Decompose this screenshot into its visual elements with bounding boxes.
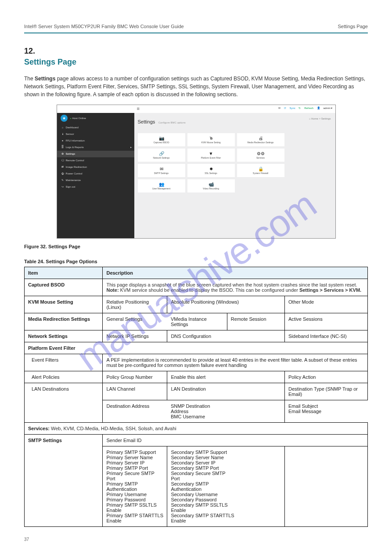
tile-icon: ▼ (209, 151, 213, 156)
tile-label: Services (256, 156, 265, 159)
host-online-badge: Host Online (70, 117, 86, 120)
shot-page-title: Settings (138, 119, 155, 124)
sidebar-icon: 🌡 (61, 131, 65, 138)
sidebar-icon: ⏻ (61, 170, 65, 177)
tile-kvm-mouse-setting[interactable]: 🖱KVM Mouse Setting (187, 133, 235, 146)
header-rule (24, 33, 368, 33)
section-title: Settings Page (24, 58, 368, 67)
sidebar-item-logs-reports[interactable]: ≣Logs & Reports▸ (57, 144, 134, 151)
tile-video-recording[interactable]: 📹Video Recording (187, 179, 235, 192)
tile-ssl-settings[interactable]: ✸SSL Settings (187, 164, 235, 177)
sidebar-item-dashboard[interactable]: ⌂Dashboard (57, 124, 134, 131)
mail-icon[interactable]: ✉ (278, 107, 281, 109)
sidebar-icon: ↪ (61, 184, 65, 190)
row-kvm-mouse: KVM Mouse Setting Relative Positioning (… (25, 296, 368, 313)
tile-user-management[interactable]: 👥User Management (138, 179, 185, 192)
chevron-right-icon: ▸ (130, 144, 132, 151)
tile-icon: 🖱 (209, 136, 213, 141)
tile-icon: ⚙⚙ (257, 151, 265, 156)
tile-network-settings[interactable]: 🔗Network Settings (138, 149, 185, 162)
intro-paragraph: The Settings page allows access to a num… (24, 75, 368, 98)
tile-label: KVM Mouse Setting (201, 141, 220, 144)
table-header-row: Item Description (25, 267, 368, 279)
sidebar-icon: ⚙ (61, 151, 65, 157)
settings-screenshot: ✉ ⟳ Sync ↻ Refresh 👤 admin ▾ MEGARAC SP-… (57, 105, 336, 239)
hamburger-icon[interactable] (137, 107, 141, 111)
tile-label: SMTP Settings (154, 172, 169, 174)
sync-button[interactable]: ⟳ Sync (284, 107, 295, 109)
row-alert-policies: Alert Policies Policy Group Number Enabl… (25, 371, 368, 383)
sidebar-icon: ≣ (61, 144, 65, 151)
header-doc-title: Intel® Server System M50CYP2UR Family BM… (24, 24, 184, 29)
table-caption: Table 24. Settings Page Options (24, 259, 368, 264)
row-event-filters: Event Filters A PEF implementation is re… (25, 354, 368, 371)
tile-icon: 📹 (209, 182, 214, 187)
sidebar-item-settings[interactable]: ⚙Settings (57, 151, 134, 157)
tile-icon: 👥 (159, 182, 164, 187)
header-chapter: Settings Page (338, 24, 368, 29)
section-number: 12. (24, 47, 368, 56)
row-media-redirection: Media Redirection Settings General Setti… (25, 313, 368, 330)
tile-label: Captured BSOD (153, 141, 169, 144)
sidebar-item-power-control[interactable]: ⏻Power Control (57, 170, 134, 177)
th-item: Item (25, 267, 103, 279)
tile-smtp-settings[interactable]: ✉SMTP Settings (138, 164, 185, 177)
sidebar-item-sign-out[interactable]: ↪Sign out (57, 184, 134, 190)
sidebar-item-ffu-information[interactable]: ●FFU Information (57, 138, 134, 144)
sidebar-icon: 🖵 (61, 157, 65, 164)
row-smtp-1: SMTP Settings Sender Email ID (25, 435, 368, 446)
tile-platform-event-filter[interactable]: ▼Platform Event Filter (187, 149, 235, 162)
settings-table: Item Description Captured BSOD This page… (24, 267, 368, 527)
sidebar-item-image-redirection[interactable]: ⇄Image Redirection (57, 164, 134, 170)
tile-label: Platform Event Filter (201, 156, 221, 159)
tile-media-redirection-settings[interactable]: 🖨Media Redirection Settings (237, 133, 284, 146)
row-lan-dest: LAN Destinations LAN Channel LAN Destina… (25, 383, 368, 400)
star-icon[interactable]: ★ (61, 115, 68, 122)
tile-label: Media Redirection Settings (248, 141, 274, 144)
tile-icon: ✉ (160, 167, 163, 171)
breadcrumb-current: Settings (321, 117, 331, 120)
tile-label: SSL Settings (205, 172, 217, 174)
shot-sidebar: MEGARAC SP-X ★ Host Online ⌂Dashboard🌡Se… (57, 105, 134, 238)
tile-services[interactable]: ⚙⚙Services (237, 149, 284, 162)
tile-icon: 🔗 (159, 151, 164, 156)
tile-captured-bsod[interactable]: 📷Captured BSOD (138, 133, 185, 146)
row-pef-section: Platform Event Filter (25, 342, 368, 354)
sidebar-item-sensor[interactable]: 🌡Sensor (57, 131, 134, 138)
tile-label: System Firewall (253, 172, 268, 174)
tile-icon: 🔒 (258, 167, 263, 171)
tile-label: User Management (152, 187, 170, 190)
shot-main: Settings Configure BMC options ⌂ Home > … (134, 113, 335, 238)
sidebar-item-remote-control[interactable]: 🖵Remote Control (57, 157, 134, 164)
row-bsod: Captured BSOD This page displays a snaps… (25, 279, 368, 296)
tile-label: Video Recording (203, 187, 219, 190)
th-desc: Description (103, 267, 368, 279)
tile-label: Network Settings (153, 156, 170, 159)
sidebar-icon: ⌂ (61, 124, 65, 131)
top-right-controls: ✉ ⟳ Sync ↻ Refresh 👤 admin ▾ (276, 106, 332, 109)
refresh-button[interactable]: ↻ Refresh (298, 107, 313, 109)
page-footer: 37 (24, 537, 368, 542)
figure-caption: Figure 32. Settings Page (24, 244, 368, 249)
tile-icon: 📷 (159, 136, 164, 141)
sidebar-icon: ✎ (61, 177, 65, 184)
tile-system-firewall[interactable]: 🔒System Firewall (237, 164, 284, 177)
breadcrumb-home[interactable]: Home (311, 117, 318, 120)
breadcrumb: ⌂ Home > Settings (309, 117, 331, 120)
shot-page-subtitle: Configure BMC options (158, 121, 186, 124)
tile-icon: 🖨 (259, 136, 263, 141)
page-number: 37 (24, 537, 29, 542)
row-network: Network Settings Network IP Settings DNS… (25, 330, 368, 342)
row-services-section: Services: Web, KVM, CD-Media, HD-Media, … (25, 423, 368, 435)
sidebar-item-maintenance[interactable]: ✎Maintenance (57, 177, 134, 184)
sidebar-icon: ⇄ (61, 164, 65, 170)
user-menu[interactable]: 👤 admin ▾ (317, 107, 333, 109)
sidebar-icon: ● (61, 138, 65, 144)
tile-icon: ✸ (209, 167, 213, 171)
